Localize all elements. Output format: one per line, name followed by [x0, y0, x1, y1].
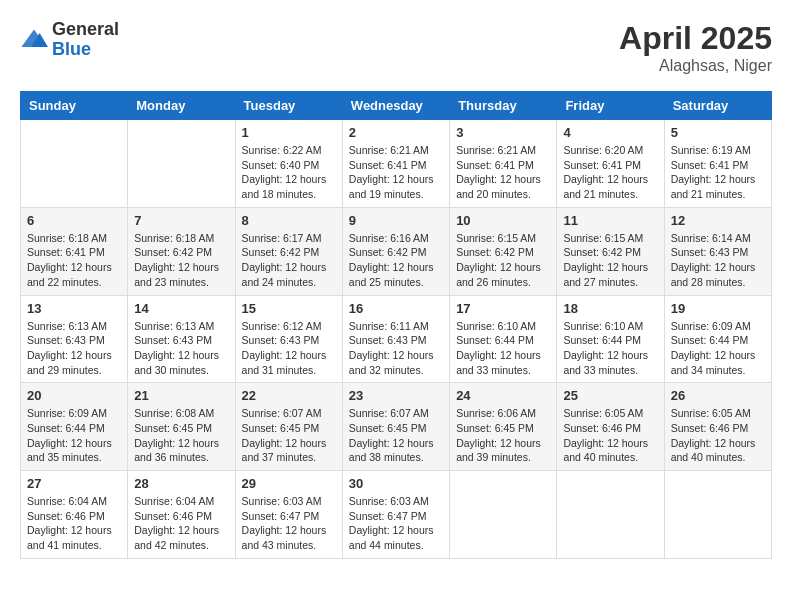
day-info: Sunrise: 6:07 AM Sunset: 6:45 PM Dayligh…: [349, 406, 443, 465]
day-number: 21: [134, 388, 228, 403]
calendar-day-cell: 25Sunrise: 6:05 AM Sunset: 6:46 PM Dayli…: [557, 383, 664, 471]
page-header: General Blue April 2025 Alaghsas, Niger: [20, 20, 772, 75]
day-info: Sunrise: 6:16 AM Sunset: 6:42 PM Dayligh…: [349, 231, 443, 290]
day-info: Sunrise: 6:10 AM Sunset: 6:44 PM Dayligh…: [456, 319, 550, 378]
calendar-day-cell: 3Sunrise: 6:21 AM Sunset: 6:41 PM Daylig…: [450, 120, 557, 208]
calendar-day-cell: 28Sunrise: 6:04 AM Sunset: 6:46 PM Dayli…: [128, 471, 235, 559]
logo-blue-text: Blue: [52, 40, 119, 60]
logo: General Blue: [20, 20, 119, 60]
location-title: Alaghsas, Niger: [619, 57, 772, 75]
weekday-header: Sunday: [21, 92, 128, 120]
calendar-day-cell: 16Sunrise: 6:11 AM Sunset: 6:43 PM Dayli…: [342, 295, 449, 383]
day-number: 19: [671, 301, 765, 316]
calendar-day-cell: 2Sunrise: 6:21 AM Sunset: 6:41 PM Daylig…: [342, 120, 449, 208]
day-number: 26: [671, 388, 765, 403]
calendar-header: SundayMondayTuesdayWednesdayThursdayFrid…: [21, 92, 772, 120]
day-info: Sunrise: 6:09 AM Sunset: 6:44 PM Dayligh…: [671, 319, 765, 378]
weekday-row: SundayMondayTuesdayWednesdayThursdayFrid…: [21, 92, 772, 120]
logo-general-text: General: [52, 20, 119, 40]
calendar-day-cell: 22Sunrise: 6:07 AM Sunset: 6:45 PM Dayli…: [235, 383, 342, 471]
calendar-day-cell: 29Sunrise: 6:03 AM Sunset: 6:47 PM Dayli…: [235, 471, 342, 559]
day-number: 4: [563, 125, 657, 140]
calendar-day-cell: 19Sunrise: 6:09 AM Sunset: 6:44 PM Dayli…: [664, 295, 771, 383]
weekday-header: Thursday: [450, 92, 557, 120]
day-info: Sunrise: 6:03 AM Sunset: 6:47 PM Dayligh…: [349, 494, 443, 553]
day-info: Sunrise: 6:10 AM Sunset: 6:44 PM Dayligh…: [563, 319, 657, 378]
day-info: Sunrise: 6:21 AM Sunset: 6:41 PM Dayligh…: [349, 143, 443, 202]
day-number: 12: [671, 213, 765, 228]
day-info: Sunrise: 6:22 AM Sunset: 6:40 PM Dayligh…: [242, 143, 336, 202]
day-number: 18: [563, 301, 657, 316]
calendar-week-row: 6Sunrise: 6:18 AM Sunset: 6:41 PM Daylig…: [21, 207, 772, 295]
day-info: Sunrise: 6:14 AM Sunset: 6:43 PM Dayligh…: [671, 231, 765, 290]
day-number: 14: [134, 301, 228, 316]
calendar-day-cell: 23Sunrise: 6:07 AM Sunset: 6:45 PM Dayli…: [342, 383, 449, 471]
day-number: 20: [27, 388, 121, 403]
calendar-day-cell: 13Sunrise: 6:13 AM Sunset: 6:43 PM Dayli…: [21, 295, 128, 383]
calendar-day-cell: 6Sunrise: 6:18 AM Sunset: 6:41 PM Daylig…: [21, 207, 128, 295]
weekday-header: Tuesday: [235, 92, 342, 120]
day-info: Sunrise: 6:05 AM Sunset: 6:46 PM Dayligh…: [671, 406, 765, 465]
day-number: 11: [563, 213, 657, 228]
calendar-day-cell: 10Sunrise: 6:15 AM Sunset: 6:42 PM Dayli…: [450, 207, 557, 295]
calendar-day-cell: [21, 120, 128, 208]
day-number: 6: [27, 213, 121, 228]
calendar-day-cell: 30Sunrise: 6:03 AM Sunset: 6:47 PM Dayli…: [342, 471, 449, 559]
weekday-header: Wednesday: [342, 92, 449, 120]
day-number: 13: [27, 301, 121, 316]
day-number: 27: [27, 476, 121, 491]
day-info: Sunrise: 6:18 AM Sunset: 6:41 PM Dayligh…: [27, 231, 121, 290]
day-number: 29: [242, 476, 336, 491]
calendar-day-cell: [450, 471, 557, 559]
calendar-week-row: 13Sunrise: 6:13 AM Sunset: 6:43 PM Dayli…: [21, 295, 772, 383]
day-number: 10: [456, 213, 550, 228]
calendar-week-row: 1Sunrise: 6:22 AM Sunset: 6:40 PM Daylig…: [21, 120, 772, 208]
day-number: 1: [242, 125, 336, 140]
day-number: 7: [134, 213, 228, 228]
calendar-table: SundayMondayTuesdayWednesdayThursdayFrid…: [20, 91, 772, 559]
calendar-day-cell: 15Sunrise: 6:12 AM Sunset: 6:43 PM Dayli…: [235, 295, 342, 383]
day-number: 24: [456, 388, 550, 403]
calendar-week-row: 27Sunrise: 6:04 AM Sunset: 6:46 PM Dayli…: [21, 471, 772, 559]
calendar-day-cell: 21Sunrise: 6:08 AM Sunset: 6:45 PM Dayli…: [128, 383, 235, 471]
day-info: Sunrise: 6:19 AM Sunset: 6:41 PM Dayligh…: [671, 143, 765, 202]
calendar-day-cell: 4Sunrise: 6:20 AM Sunset: 6:41 PM Daylig…: [557, 120, 664, 208]
calendar-day-cell: 26Sunrise: 6:05 AM Sunset: 6:46 PM Dayli…: [664, 383, 771, 471]
title-block: April 2025 Alaghsas, Niger: [619, 20, 772, 75]
day-info: Sunrise: 6:12 AM Sunset: 6:43 PM Dayligh…: [242, 319, 336, 378]
day-number: 8: [242, 213, 336, 228]
weekday-header: Saturday: [664, 92, 771, 120]
calendar-week-row: 20Sunrise: 6:09 AM Sunset: 6:44 PM Dayli…: [21, 383, 772, 471]
calendar-day-cell: 14Sunrise: 6:13 AM Sunset: 6:43 PM Dayli…: [128, 295, 235, 383]
calendar-day-cell: [664, 471, 771, 559]
calendar-day-cell: 9Sunrise: 6:16 AM Sunset: 6:42 PM Daylig…: [342, 207, 449, 295]
calendar-day-cell: 18Sunrise: 6:10 AM Sunset: 6:44 PM Dayli…: [557, 295, 664, 383]
calendar-day-cell: 24Sunrise: 6:06 AM Sunset: 6:45 PM Dayli…: [450, 383, 557, 471]
day-info: Sunrise: 6:04 AM Sunset: 6:46 PM Dayligh…: [134, 494, 228, 553]
day-number: 22: [242, 388, 336, 403]
calendar-day-cell: [128, 120, 235, 208]
day-info: Sunrise: 6:05 AM Sunset: 6:46 PM Dayligh…: [563, 406, 657, 465]
weekday-header: Monday: [128, 92, 235, 120]
logo-icon: [20, 26, 48, 54]
calendar-day-cell: 1Sunrise: 6:22 AM Sunset: 6:40 PM Daylig…: [235, 120, 342, 208]
calendar-body: 1Sunrise: 6:22 AM Sunset: 6:40 PM Daylig…: [21, 120, 772, 559]
day-number: 5: [671, 125, 765, 140]
month-title: April 2025: [619, 20, 772, 57]
weekday-header: Friday: [557, 92, 664, 120]
day-info: Sunrise: 6:07 AM Sunset: 6:45 PM Dayligh…: [242, 406, 336, 465]
calendar-day-cell: 27Sunrise: 6:04 AM Sunset: 6:46 PM Dayli…: [21, 471, 128, 559]
day-info: Sunrise: 6:18 AM Sunset: 6:42 PM Dayligh…: [134, 231, 228, 290]
day-info: Sunrise: 6:13 AM Sunset: 6:43 PM Dayligh…: [27, 319, 121, 378]
day-info: Sunrise: 6:04 AM Sunset: 6:46 PM Dayligh…: [27, 494, 121, 553]
day-info: Sunrise: 6:15 AM Sunset: 6:42 PM Dayligh…: [563, 231, 657, 290]
day-number: 28: [134, 476, 228, 491]
day-number: 30: [349, 476, 443, 491]
calendar-day-cell: 8Sunrise: 6:17 AM Sunset: 6:42 PM Daylig…: [235, 207, 342, 295]
calendar-day-cell: 7Sunrise: 6:18 AM Sunset: 6:42 PM Daylig…: [128, 207, 235, 295]
day-info: Sunrise: 6:11 AM Sunset: 6:43 PM Dayligh…: [349, 319, 443, 378]
calendar-day-cell: 17Sunrise: 6:10 AM Sunset: 6:44 PM Dayli…: [450, 295, 557, 383]
calendar-day-cell: 20Sunrise: 6:09 AM Sunset: 6:44 PM Dayli…: [21, 383, 128, 471]
calendar-day-cell: 12Sunrise: 6:14 AM Sunset: 6:43 PM Dayli…: [664, 207, 771, 295]
day-number: 23: [349, 388, 443, 403]
